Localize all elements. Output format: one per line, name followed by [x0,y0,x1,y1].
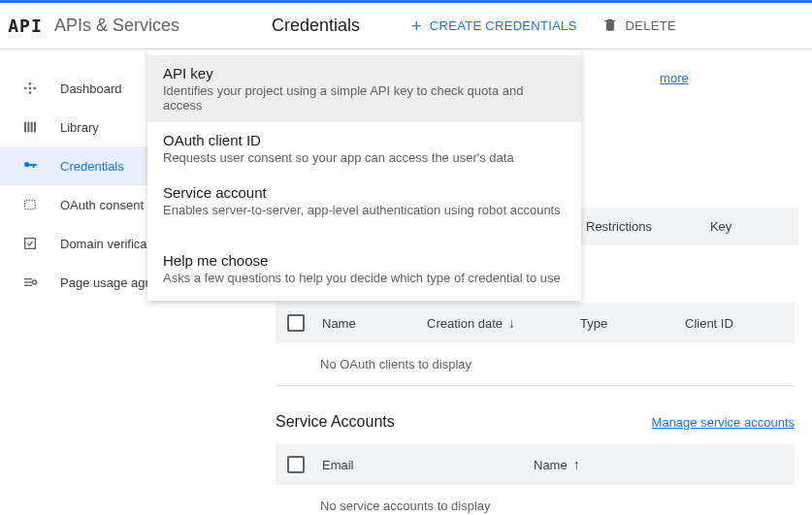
dropdown-item-help-choose[interactable]: Help me choose Asks a few questions to h… [147,242,581,295]
svg-rect-8 [34,122,36,133]
api-logo: API [0,3,50,48]
oauth-empty-row: No OAuth clients to display [276,343,795,385]
service-select-all-checkbox[interactable] [287,456,305,473]
dropdown-item-api-key[interactable]: API key Identifies your project using a … [147,55,581,122]
sort-asc-icon: ↑ [573,458,580,471]
page-title: Credentials [252,3,398,48]
service-empty-row: No service accounts to display [276,485,795,515]
col-name[interactable]: Name↑ [534,458,621,472]
service-section-header: Service Accounts Manage service accounts [276,413,795,431]
dashboard-icon [21,80,39,96]
product-title: APIs & Services [50,3,252,48]
agreements-icon [21,274,39,290]
learn-more-link-partial[interactable]: more [660,71,689,85]
svg-rect-12 [24,281,32,282]
svg-point-4 [29,91,32,94]
svg-rect-11 [24,278,32,279]
service-accounts-table: Email Name↑ No service accounts to displ… [276,444,795,515]
col-client-id[interactable]: Client ID [685,316,763,331]
create-credentials-button[interactable]: + CREATE CREDENTIALS [411,17,577,35]
svg-rect-10 [25,239,36,249]
col-email[interactable]: Email [322,458,516,472]
dropdown-item-service-account[interactable]: Service account Enables server-to-server… [147,175,581,227]
svg-rect-7 [31,122,33,133]
svg-point-1 [24,87,27,90]
consent-icon [21,197,39,212]
trash-icon [602,16,618,35]
sort-desc-icon: ↓ [508,316,515,330]
svg-rect-13 [24,285,32,286]
verification-icon [21,236,39,251]
oauth-select-all-checkbox[interactable] [287,314,305,332]
create-credentials-dropdown: API key Identifies your project using a … [147,49,581,301]
manage-service-accounts-link[interactable]: Manage service accounts [652,415,795,430]
col-creation-date[interactable]: Creation date↓ [427,316,563,331]
svg-point-2 [33,87,36,90]
svg-point-3 [29,82,32,85]
col-restrictions[interactable]: Restrictions [586,219,652,234]
service-accounts-title: Service Accounts [276,413,395,431]
oauth-table: Name Creation date↓ Type Client ID No OA… [276,303,795,386]
svg-point-0 [29,87,32,90]
svg-rect-6 [27,122,29,133]
header-actions: + CREATE CREDENTIALS DELETE [398,3,676,48]
svg-rect-5 [24,122,26,133]
dropdown-item-oauth-client[interactable]: OAuth client ID Requests user consent so… [147,122,581,175]
delete-button[interactable]: DELETE [602,16,676,35]
col-name[interactable]: Name [322,316,409,331]
key-icon [21,158,39,174]
service-table-header: Email Name↑ [276,444,795,485]
col-key[interactable]: Key [710,219,731,234]
svg-point-14 [33,280,37,284]
svg-rect-9 [25,200,36,209]
oauth-table-header: Name Creation date↓ Type Client ID [276,303,795,343]
library-icon [21,119,39,135]
col-type[interactable]: Type [580,316,667,331]
plus-icon: + [411,17,422,35]
top-bar: API APIs & Services Credentials + CREATE… [0,3,812,49]
